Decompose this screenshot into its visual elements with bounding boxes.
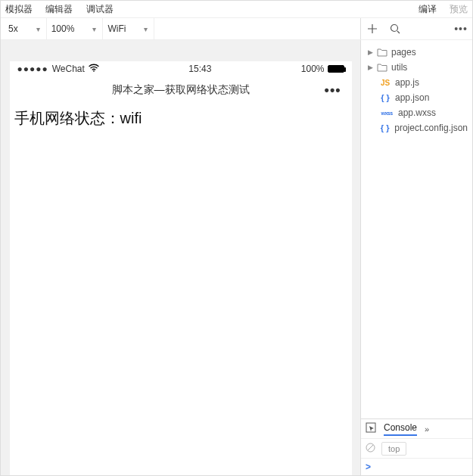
clear-icon bbox=[366, 443, 375, 453]
chevron-right-icon: ▶ bbox=[367, 64, 373, 71]
zoom-value: 100% bbox=[51, 23, 75, 34]
tab-simulator[interactable]: 模拟器 bbox=[5, 4, 33, 14]
svg-point-0 bbox=[391, 25, 398, 32]
signal-icon: ●●●●● bbox=[17, 64, 48, 74]
search-button[interactable] bbox=[384, 17, 406, 40]
file-type-icon: { } bbox=[379, 123, 391, 132]
tab-debugger[interactable]: 调试器 bbox=[86, 4, 114, 14]
network-status-text: 手机网络状态：wifi bbox=[14, 110, 142, 126]
file-type-icon: { } bbox=[379, 93, 391, 102]
network-select[interactable]: WiFi ▾ bbox=[103, 18, 154, 39]
console-filter-row: top bbox=[361, 439, 472, 459]
top-menu-left: 模拟器 编辑器 调试器 bbox=[5, 3, 124, 16]
toolbar-right: ••• bbox=[360, 18, 472, 39]
prompt-icon: > bbox=[366, 462, 371, 472]
top-menu: 模拟器 编辑器 调试器 编译 预览 bbox=[1, 1, 472, 17]
folder-item[interactable]: ▶pages bbox=[364, 45, 469, 60]
console-tab[interactable]: Console bbox=[384, 422, 417, 436]
file-label: app.js bbox=[395, 77, 419, 88]
inspect-button[interactable] bbox=[366, 422, 376, 435]
folder-icon bbox=[377, 48, 387, 57]
status-bar: ●●●●● WeChat 15:43 100% bbox=[10, 61, 352, 76]
folder-icon bbox=[377, 63, 387, 72]
add-button[interactable] bbox=[361, 17, 384, 40]
battery-icon bbox=[328, 65, 344, 73]
file-item[interactable]: { }project.config.json bbox=[364, 120, 469, 135]
battery-pct: 100% bbox=[301, 64, 325, 74]
right-column: ▶pages▶utilsJSapp.js{ }app.jsonwxssapp.w… bbox=[360, 40, 472, 475]
file-label: project.config.json bbox=[394, 123, 468, 133]
file-type-icon: wxss bbox=[379, 110, 394, 116]
search-icon bbox=[390, 23, 400, 34]
chevron-right-icon: ▶ bbox=[367, 48, 373, 56]
nav-bar: 脚本之家—获取网络状态测试 ••• bbox=[10, 76, 352, 104]
file-label: app.wxss bbox=[398, 107, 436, 118]
wifi-icon bbox=[89, 64, 99, 74]
top-menu-right: 编译 预览 bbox=[408, 3, 468, 16]
file-tree: ▶pages▶utilsJSapp.js{ }app.jsonwxssapp.w… bbox=[361, 40, 472, 418]
toolbar-left: 5x ▾ 100% ▾ WiFi ▾ bbox=[1, 18, 360, 39]
file-item[interactable]: { }app.json bbox=[364, 90, 469, 105]
plus-icon bbox=[367, 23, 378, 34]
carrier-label: WeChat bbox=[52, 64, 85, 74]
nav-title: 脚本之家—获取网络状态测试 bbox=[112, 83, 250, 97]
network-value: WiFi bbox=[107, 23, 126, 34]
console-panel: Console » top > bbox=[361, 418, 472, 475]
simulator-column: ●●●●● WeChat 15:43 100% 脚本之家—获取网络状态测试 ••… bbox=[1, 40, 360, 475]
tab-editor[interactable]: 编辑器 bbox=[45, 4, 73, 14]
nav-more-button[interactable]: ••• bbox=[325, 82, 341, 98]
page-content: 手机网络状态：wifi bbox=[10, 104, 352, 133]
chevron-down-icon: ▾ bbox=[144, 25, 148, 33]
preview-button[interactable]: 预览 bbox=[450, 4, 468, 14]
status-left: ●●●●● WeChat bbox=[17, 64, 99, 74]
clear-button[interactable] bbox=[366, 443, 375, 455]
more-button[interactable]: ••• bbox=[450, 17, 472, 40]
file-type-icon: JS bbox=[379, 79, 391, 87]
svg-point-1 bbox=[93, 70, 95, 72]
more-icon: ••• bbox=[454, 23, 468, 35]
context-select[interactable]: top bbox=[381, 442, 406, 456]
file-item[interactable]: JSapp.js bbox=[364, 75, 469, 90]
folder-label: pages bbox=[391, 47, 416, 58]
device-scale-select[interactable]: 5x ▾ bbox=[4, 18, 47, 39]
file-item[interactable]: wxssapp.wxss bbox=[364, 105, 469, 120]
folder-label: utils bbox=[391, 62, 407, 73]
device-scale-value: 5x bbox=[8, 23, 18, 34]
device-frame: ●●●●● WeChat 15:43 100% 脚本之家—获取网络状态测试 ••… bbox=[10, 61, 352, 475]
toolbar: 5x ▾ 100% ▾ WiFi ▾ ••• bbox=[1, 17, 472, 40]
console-tabs: Console » bbox=[361, 419, 472, 439]
file-label: app.json bbox=[395, 92, 429, 103]
console-input[interactable]: > bbox=[361, 459, 472, 475]
main-row: ●●●●● WeChat 15:43 100% 脚本之家—获取网络状态测试 ••… bbox=[1, 40, 472, 475]
chevron-down-icon: ▾ bbox=[92, 25, 96, 33]
zoom-select[interactable]: 100% ▾ bbox=[47, 18, 104, 39]
folder-item[interactable]: ▶utils bbox=[364, 60, 469, 75]
inspect-icon bbox=[366, 422, 376, 433]
compile-button[interactable]: 编译 bbox=[419, 4, 437, 14]
status-right: 100% bbox=[301, 64, 344, 74]
chevron-down-icon: ▾ bbox=[36, 25, 40, 33]
status-time: 15:43 bbox=[188, 64, 211, 74]
tabs-overflow-button[interactable]: » bbox=[425, 425, 429, 434]
